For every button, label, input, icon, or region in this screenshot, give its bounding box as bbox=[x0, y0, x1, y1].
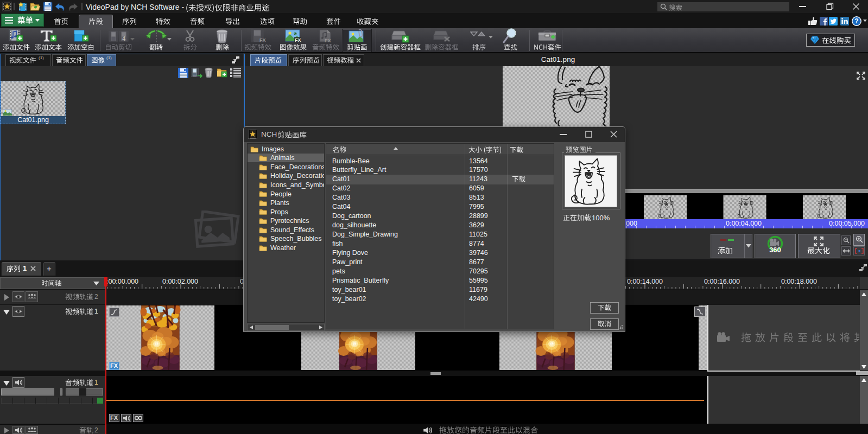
svg-text:4: 4 bbox=[122, 36, 125, 42]
svg-text:?: ? bbox=[854, 17, 858, 25]
svg-text:360: 360 bbox=[769, 246, 781, 254]
svg-text:FX: FX bbox=[295, 37, 301, 43]
svg-text:FX: FX bbox=[259, 37, 266, 43]
